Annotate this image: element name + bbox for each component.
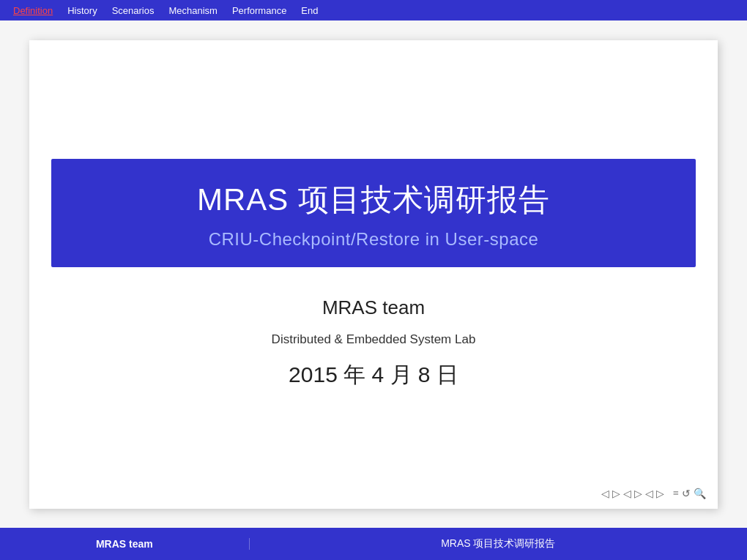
slide-main-title: MRAS 项目技术调研报告 [81,179,666,220]
nav-arrow-left2[interactable]: ◁ [623,488,631,500]
top-navigation-bar: Definition History Scenarios Mechanism P… [0,0,747,20]
nav-item-mechanism[interactable]: Mechanism [161,2,224,19]
nav-refresh-icon[interactable]: ↺ [682,488,691,500]
nav-arrow-right3[interactable]: ▷ [656,488,664,500]
nav-zoom-icon[interactable]: 🔍 [694,488,706,500]
footer-title-label: MRAS 项目技术调研报告 [441,537,555,550]
footer-right-section: MRAS 项目技术调研报告 [250,537,747,550]
nav-arrow-right2[interactable]: ▷ [634,488,642,500]
nav-align-icon[interactable]: ≡ [673,488,679,499]
nav-item-definition[interactable]: Definition [6,2,60,19]
nav-item-scenarios[interactable]: Scenarios [105,2,162,19]
nav-arrow-left3[interactable]: ◁ [645,488,653,500]
title-block: MRAS 项目技术调研报告 CRIU-Checkpoint/Restore in… [51,159,696,267]
footer-left-section: MRAS team [0,538,250,550]
slide-subtitle: CRIU-Checkpoint/Restore in User-space [81,229,666,250]
slide-date: 2015 年 4 月 8 日 [289,360,458,390]
nav-arrow-right1[interactable]: ▷ [612,488,620,500]
nav-item-history[interactable]: History [60,2,104,19]
slide: MRAS 项目技术调研报告 CRIU-Checkpoint/Restore in… [29,40,718,509]
nav-arrow-left1[interactable]: ◁ [601,488,609,500]
slide-area: MRAS 项目技术调研报告 CRIU-Checkpoint/Restore in… [0,20,747,528]
nav-item-end[interactable]: End [294,2,325,19]
info-section: MRAS team Distributed & Embedded System … [272,296,476,390]
slide-navigation: ◁ ▷ ◁ ▷ ◁ ▷ ≡ ↺ 🔍 [601,488,706,500]
footer-author-label: MRAS team [96,538,153,550]
footer-bar: MRAS team MRAS 项目技术调研报告 [0,528,747,560]
slide-author: MRAS team [322,296,425,319]
slide-lab: Distributed & Embedded System Lab [272,332,476,347]
nav-item-performance[interactable]: Performance [225,2,294,19]
